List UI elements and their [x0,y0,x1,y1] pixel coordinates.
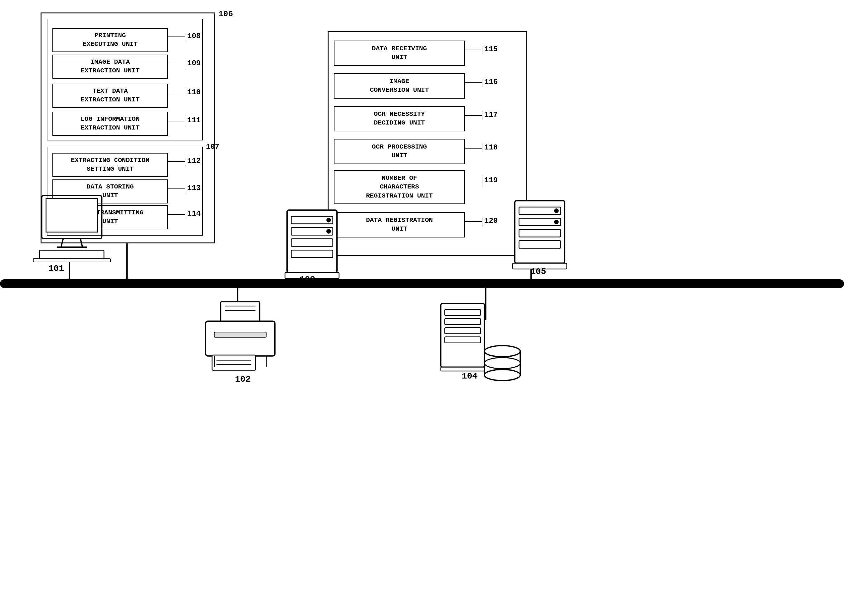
label-109: 109 [187,59,201,67]
device-103 [268,206,356,281]
svg-rect-46 [291,239,333,246]
svg-rect-27 [46,199,98,232]
label-113: 113 [187,184,201,192]
unit-112: EXTRACTING CONDITIONSETTING UNIT [53,153,168,177]
svg-line-29 [81,238,83,247]
device-102 [187,299,293,378]
unit-118: OCR PROCESSINGUNIT [334,139,465,164]
svg-rect-56 [441,367,485,371]
device-101 [19,194,125,262]
label-116: 116 [484,78,498,86]
svg-point-48 [327,219,330,222]
device-105 [496,197,583,271]
network-bar [0,279,844,288]
svg-rect-36 [206,321,275,356]
label-108: 108 [187,32,201,40]
svg-point-60 [485,370,520,381]
label-106: 106 [218,9,233,19]
unit-108: PRINTINGEXECUTING UNIT [53,28,168,52]
unit-116: IMAGECONVERSION UNIT [334,73,465,98]
label-102: 102 [235,374,251,384]
svg-line-28 [61,238,63,247]
label-101: 101 [48,264,64,273]
label-117: 117 [484,110,498,119]
device-104 [424,299,537,387]
label-118: 118 [484,143,498,152]
label-104: 104 [462,371,478,381]
svg-point-49 [327,230,330,233]
label-111: 111 [187,116,201,125]
label-103: 103 [299,274,315,284]
svg-rect-66 [519,241,560,248]
label-112: 112 [187,157,201,165]
label-105: 105 [530,267,546,276]
connector-106 [126,243,127,280]
bracket-108 [168,32,187,40]
svg-point-57 [485,346,520,357]
svg-rect-32 [33,259,110,262]
svg-point-67 [555,209,558,213]
svg-rect-31 [40,250,104,260]
label-119: 119 [484,176,498,185]
svg-rect-55 [445,337,481,343]
label-110: 110 [187,88,201,97]
svg-rect-37 [214,332,267,337]
label-115: 115 [484,45,498,53]
unit-109: IMAGE DATAEXTRACTION UNIT [53,54,168,79]
unit-110: TEXT DATAEXTRACTION UNIT [53,84,168,108]
unit-119: NUMBER OFCHARACTERSREGISTRATION UNIT [334,170,465,204]
svg-rect-65 [519,229,560,237]
unit-117: OCR NECESSITYDECIDING UNIT [334,106,465,131]
svg-rect-54 [445,328,481,334]
svg-rect-52 [445,309,481,315]
svg-rect-47 [291,250,333,257]
label-114: 114 [187,210,201,218]
svg-rect-33 [221,302,260,323]
unit-115: DATA RECEIVINGUNIT [334,41,465,66]
svg-point-61 [485,358,520,369]
svg-rect-53 [445,318,481,324]
svg-point-68 [555,220,558,224]
svg-rect-38 [212,355,255,370]
label-120: 120 [484,217,498,225]
unit-111: LOG INFORMATIONEXTRACTION UNIT [53,112,168,136]
label-107: 107 [206,142,219,151]
